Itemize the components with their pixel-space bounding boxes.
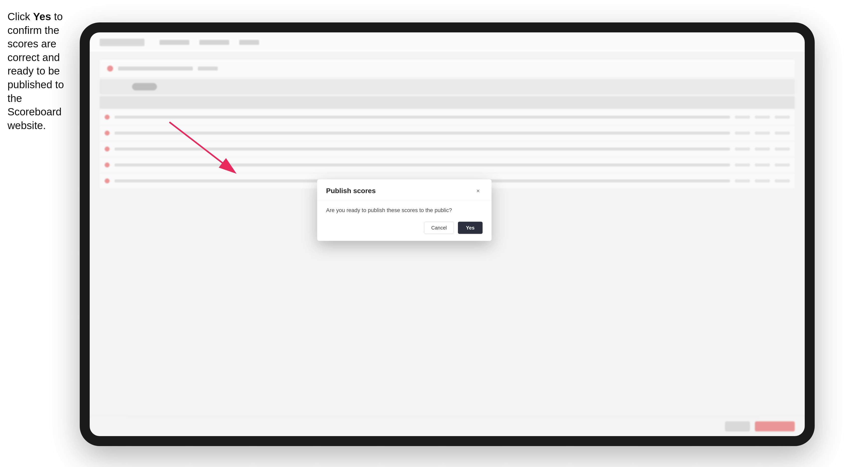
- bg-row-icon-1: [107, 66, 113, 71]
- bg-data-col-2b: [755, 132, 770, 134]
- bg-data-text-3: [115, 148, 730, 151]
- bg-data-icon-2: [105, 131, 110, 135]
- bg-data-col-5a: [735, 180, 750, 182]
- bg-data-text-1: [115, 116, 730, 119]
- bg-data-col-4b: [755, 163, 770, 166]
- footer-btn-1: [725, 422, 750, 431]
- bg-filter-badge: [132, 83, 157, 90]
- publish-scores-dialog: Publish scores × Are you ready to publis…: [317, 179, 492, 241]
- bg-data-col-4a: [735, 163, 750, 166]
- bg-data-col-3a: [735, 148, 750, 151]
- dialog-title: Publish scores: [326, 187, 376, 195]
- bg-data-col-1c: [775, 116, 790, 119]
- bg-data-col-2c: [775, 132, 790, 134]
- dialog-body: Are you ready to publish these scores to…: [317, 200, 492, 221]
- yes-button[interactable]: Yes: [458, 221, 482, 234]
- bg-data-col-3c: [775, 148, 790, 151]
- bg-data-col-2a: [735, 132, 750, 134]
- bg-data-col-5b: [755, 180, 770, 182]
- nav-item-1: [159, 40, 189, 45]
- bg-data-col-1b: [755, 116, 770, 119]
- footer-btn-publish: [755, 422, 795, 431]
- bg-data-row-2: [100, 126, 795, 141]
- instruction-text: Click Yes to confirm the scores are corr…: [7, 10, 77, 132]
- bg-data-row-3: [100, 142, 795, 156]
- bg-data-icon-5: [105, 179, 110, 183]
- bg-data-icon-1: [105, 115, 110, 120]
- app-footer: [90, 416, 805, 436]
- bg-data-col-3b: [755, 148, 770, 151]
- instruction-bold: Yes: [33, 11, 51, 23]
- app-header: [90, 32, 805, 52]
- nav-item-3: [239, 40, 259, 45]
- app-content: [90, 52, 805, 197]
- bg-data-row-1: [100, 110, 795, 125]
- bg-row-num-1: [198, 66, 218, 70]
- instruction-part1: Click: [7, 11, 33, 23]
- tablet-device: Publish scores × Are you ready to publis…: [80, 23, 815, 446]
- bg-data-icon-4: [105, 162, 110, 167]
- dialog-actions: Cancel Yes: [317, 221, 492, 241]
- bg-row-text-1: [118, 66, 193, 70]
- tablet-screen: Publish scores × Are you ready to publis…: [90, 32, 805, 436]
- app-nav: [159, 40, 259, 45]
- bg-data-col-4c: [775, 163, 790, 166]
- bg-data-row-4: [100, 157, 795, 173]
- bg-data-text-4: [115, 163, 730, 166]
- bg-data-text-2: [115, 132, 730, 134]
- dialog-close-button[interactable]: ×: [474, 186, 483, 195]
- bg-filter-row: [100, 79, 795, 94]
- dialog-message: Are you ready to publish these scores to…: [326, 206, 483, 214]
- bg-table-header: [100, 96, 795, 108]
- bg-data-col-5c: [775, 180, 790, 182]
- dialog-header: Publish scores ×: [317, 179, 492, 200]
- cancel-button[interactable]: Cancel: [424, 221, 454, 234]
- app-logo: [100, 39, 145, 46]
- bg-row-1: [100, 60, 795, 77]
- bg-data-col-1a: [735, 116, 750, 119]
- instruction-part2: to confirm the scores are correct and re…: [7, 11, 64, 131]
- bg-data-icon-3: [105, 147, 110, 152]
- nav-item-2: [199, 40, 229, 45]
